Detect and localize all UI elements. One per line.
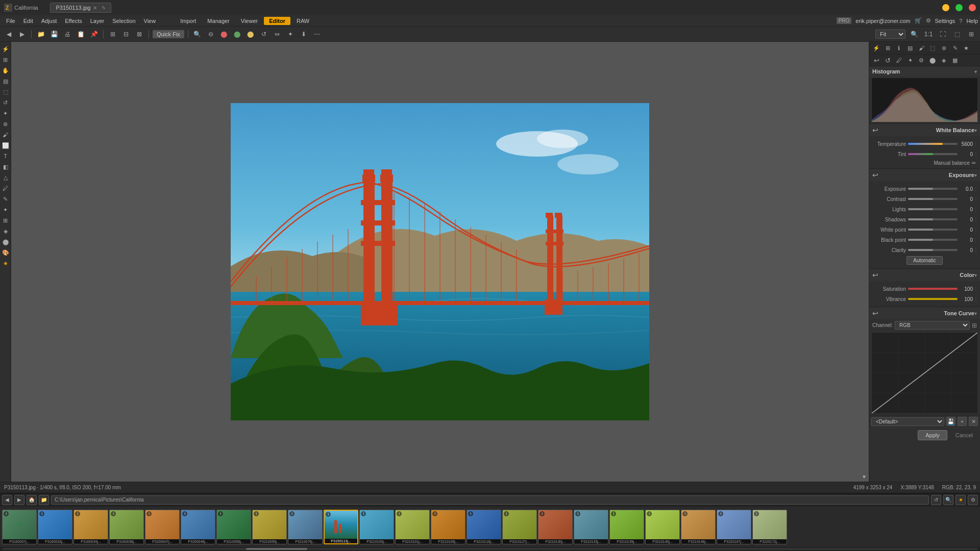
rp-icon-brush[interactable]: 🖌	[916, 43, 926, 53]
tool-eraser[interactable]: ⬜	[1, 140, 11, 151]
black-point-slider[interactable]	[908, 239, 958, 241]
tool-dodge[interactable]: ⬤	[1, 237, 11, 247]
lights-slider[interactable]	[908, 208, 958, 210]
thumb-6[interactable]: P3200048j... ℹ	[181, 510, 215, 544]
channel-select[interactable]: RGB Red Green Blue	[895, 321, 970, 330]
scroll-thumb[interactable]	[246, 548, 307, 550]
grid3-button[interactable]: ⊠	[134, 29, 145, 40]
zoom-fit-button[interactable]: 🔍	[909, 29, 920, 40]
rp-icon-rotate2[interactable]: ↺	[883, 55, 893, 65]
print-button[interactable]: 🖨	[62, 29, 73, 40]
exp-back-icon[interactable]: ↩	[872, 171, 878, 179]
rp-icon-grid[interactable]: ▤	[905, 43, 915, 53]
menu-view[interactable]: View	[140, 17, 160, 25]
zoom-100-button[interactable]: 1:1	[923, 29, 934, 40]
filmstrip[interactable]: 🌲 P3160007j... ℹ P3160033j... ℹ P3160034…	[0, 506, 980, 547]
tool-lightning[interactable]: ⚡	[1, 44, 11, 54]
contrast-plus[interactable]: ⋮	[973, 196, 979, 202]
cart-icon[interactable]: 🛒	[915, 17, 922, 24]
tool-hand[interactable]: ✋	[1, 65, 11, 76]
forward-button[interactable]: ▶	[16, 29, 28, 40]
temperature-plus[interactable]: ⋮	[973, 141, 979, 147]
white-balance-header[interactable]: ↩ White Balance ▾	[869, 124, 980, 136]
tint-slider[interactable]	[908, 153, 958, 155]
active-tab[interactable]: P3150113.jpg ✕ ✎	[50, 3, 111, 13]
window-close[interactable]	[969, 4, 976, 11]
thumb-8[interactable]: P3210059j... ℹ	[252, 510, 287, 544]
rp-icon-star2[interactable]: ★	[961, 43, 971, 53]
rp-icon-clone2[interactable]: ⊛	[939, 43, 949, 53]
rp-icon-grid4[interactable]: ▦	[950, 55, 960, 65]
color-back-icon[interactable]: ↩	[872, 271, 878, 279]
rp-icon-settings2[interactable]: ⚙	[916, 55, 926, 65]
temperature-slider[interactable]	[908, 143, 958, 145]
tool-crop[interactable]: ⬚	[1, 87, 11, 97]
tool-clone[interactable]: ⊛	[1, 119, 11, 129]
tool-color-replace[interactable]: 🎨	[1, 247, 11, 258]
apply-button[interactable]: Apply	[918, 430, 947, 440]
thumb-7[interactable]: P3210056j... ℹ	[216, 510, 251, 544]
fs-folder-button[interactable]: 📁	[39, 495, 49, 505]
thumb-12[interactable]: P3210101j... ℹ	[395, 510, 430, 544]
fs-search-button[interactable]: 🔍	[943, 495, 953, 505]
rp-icon-fit[interactable]: ⊞	[883, 43, 893, 53]
brightness-button[interactable]: ⬤	[245, 29, 256, 40]
rp-icon-color2[interactable]: ⬤	[927, 55, 938, 65]
tool-shapes[interactable]: △	[1, 172, 11, 183]
scroll-track[interactable]	[2, 548, 978, 550]
tool-grid[interactable]: ⊞	[1, 55, 11, 65]
color-header[interactable]: ↩ Color ▾	[869, 269, 980, 281]
curves-button[interactable]: ⬤	[232, 29, 243, 40]
filmstrip-scrollbar[interactable]	[0, 547, 980, 551]
window-minimize[interactable]	[942, 4, 949, 11]
tc-back-icon[interactable]: ↩	[872, 309, 878, 317]
tab-close-icon[interactable]: ✕	[93, 5, 97, 11]
thumb-20[interactable]: P3210148j... ℹ	[681, 510, 716, 544]
save-button[interactable]: 💾	[48, 29, 60, 40]
saturation-plus[interactable]: ⋮	[973, 286, 979, 292]
zoom-out-button[interactable]: ⊖	[205, 29, 216, 40]
quick-fix-button[interactable]: Quick Fix	[153, 30, 184, 38]
thumb-19[interactable]: P3210140j... ℹ	[645, 510, 680, 544]
tab-raw[interactable]: RAW	[291, 17, 314, 25]
thumb-16[interactable]: P3210130j... ℹ	[538, 510, 573, 544]
fullscreen-button[interactable]: ⛶	[937, 29, 948, 40]
thumb-3[interactable]: P3160034j... ℹ	[74, 510, 108, 544]
export-button[interactable]: ⬇	[298, 29, 309, 40]
tab-manager[interactable]: Manager	[202, 17, 234, 25]
tool-grid3[interactable]: ⊞	[1, 215, 11, 226]
dual-view-button[interactable]: ⬚	[951, 29, 963, 40]
flip-button[interactable]: ⇔	[272, 29, 283, 40]
fs-path-input[interactable]	[51, 495, 929, 505]
tab-editor[interactable]: Editor	[264, 17, 290, 25]
grid-button[interactable]: ⊞	[107, 29, 118, 40]
tool-brush[interactable]: 🖌	[1, 130, 11, 140]
paste-button[interactable]: 📌	[88, 29, 100, 40]
tool-eyedropper[interactable]: 🖊	[1, 183, 11, 193]
menu-selection[interactable]: Selection	[108, 17, 139, 25]
fs-home-button[interactable]: 🏠	[27, 495, 37, 505]
window-maximize[interactable]	[955, 4, 963, 11]
thumb-17[interactable]: P3210133j... ℹ	[574, 510, 608, 544]
rotate-button[interactable]: ↺	[258, 29, 270, 40]
rp-icon-edit[interactable]: ✎	[950, 43, 960, 53]
panel-toggle-button[interactable]: ⊞	[966, 29, 977, 40]
tool-sharpen[interactable]: ◈	[1, 226, 11, 236]
eyedropper-icon[interactable]: ✏	[972, 160, 976, 166]
rp-icon-undo[interactable]: ↩	[871, 55, 881, 65]
thumb-4[interactable]: P3160038j... ℹ	[109, 510, 144, 544]
copy-button[interactable]: 📋	[75, 29, 86, 40]
rp-icon-star3[interactable]: ◈	[939, 55, 949, 65]
thumb-1[interactable]: 🌲 P3160007j... ℹ	[2, 510, 37, 544]
rp-scroll-area[interactable]: Histogram ▾ ↩ White Balance	[869, 66, 980, 482]
menu-adjust[interactable]: Adjust	[37, 17, 61, 25]
vibrance-slider[interactable]	[908, 298, 958, 300]
saturation-slider[interactable]	[908, 288, 958, 290]
canvas-area[interactable]: ▼	[11, 42, 869, 482]
wb-back-icon[interactable]: ↩	[872, 126, 878, 134]
thumb-9[interactable]: P3210076j... ℹ	[288, 510, 323, 544]
rp-icon-crop2[interactable]: ⬚	[927, 43, 938, 53]
tool-adjust[interactable]: ✎	[1, 194, 11, 204]
thumb-15[interactable]: P3210127j... ℹ	[502, 510, 537, 544]
thumb-10-active[interactable]: P3150113j... ℹ	[324, 510, 358, 544]
